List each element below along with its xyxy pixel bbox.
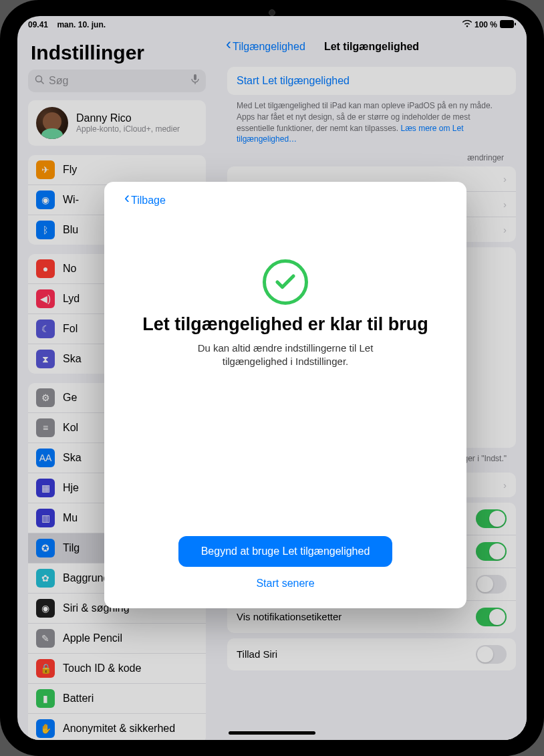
- front-camera: [269, 9, 275, 16]
- checkmark-icon: [263, 259, 308, 305]
- modal-backdrop: Tilbage Let tilgængelighed er klar til b…: [17, 16, 527, 740]
- chevron-left-icon: [124, 194, 130, 207]
- home-indicator[interactable]: [229, 731, 315, 735]
- start-later-button[interactable]: Start senere: [124, 574, 446, 594]
- modal-title: Let tilgængelighed er klar til brug: [138, 314, 433, 335]
- modal-back-label: Tilbage: [131, 195, 166, 207]
- ipad-frame: 09.41 man. 10. jun. 100 % Indstillinger: [0, 0, 544, 756]
- modal-subtitle: Du kan altid ændre indstillingerne til L…: [164, 342, 406, 369]
- screen: 09.41 man. 10. jun. 100 % Indstillinger: [17, 16, 527, 740]
- begin-button[interactable]: Begynd at bruge Let tilgængelighed: [178, 536, 392, 567]
- modal-back-button[interactable]: Tilbage: [124, 194, 166, 207]
- setup-modal: Tilbage Let tilgængelighed er klar til b…: [104, 182, 466, 608]
